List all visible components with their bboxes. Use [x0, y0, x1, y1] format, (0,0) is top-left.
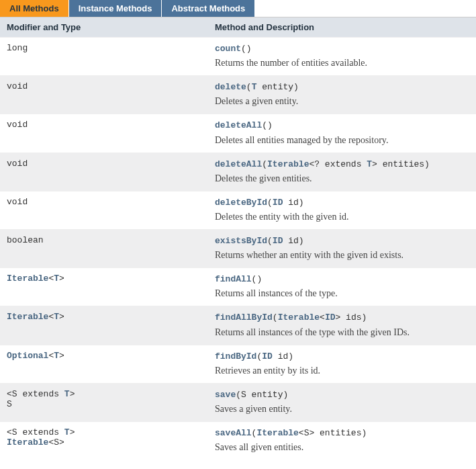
method-desc-cell: deleteAll()Deletes all entities managed … [208, 114, 476, 153]
code-text: id) [283, 198, 303, 208]
method-signature: deleteById(ID id) [215, 197, 469, 209]
type-link[interactable]: T [64, 427, 70, 437]
type-link[interactable]: Iterable [7, 273, 48, 284]
type-link[interactable]: save [215, 390, 236, 400]
type-link[interactable]: T [54, 273, 59, 284]
table-row: longcount()Returns the number of entitie… [0, 38, 476, 76]
method-description: Returns whether an entity with the given… [215, 249, 469, 261]
method-description: Returns the number of entities available… [215, 56, 469, 69]
code-text: void [7, 120, 28, 130]
type-link[interactable]: deleteAll [215, 159, 262, 169]
method-signature: findAll() [215, 273, 469, 286]
table-row: Iterable<T>findAllById(Iterable<ID> ids)… [0, 306, 476, 345]
table-row: voiddeleteAll()Deletes all entities mana… [0, 114, 476, 153]
type-link[interactable]: Iterable [278, 312, 320, 323]
type-link[interactable]: Iterable [7, 312, 48, 322]
method-signature: deleteAll() [215, 120, 469, 132]
method-signature: save(S entity) [215, 389, 469, 401]
modifier-type-cell: Iterable<T> [0, 306, 208, 345]
header-modifier-type: Modifier and Type [0, 17, 208, 38]
type-link[interactable]: delete [215, 82, 246, 92]
type-link[interactable]: findById [215, 351, 256, 361]
code-text: long [7, 43, 28, 53]
method-signature: findAllById(Iterable<ID> ids) [215, 312, 469, 324]
method-desc-cell: findById(ID id)Retrieves an entity by it… [208, 345, 476, 383]
type-link[interactable]: T [64, 389, 70, 399]
code-text: ( [273, 312, 278, 323]
type-link[interactable]: T [54, 312, 59, 322]
method-desc-cell: delete(T entity)Deletes a given entity. [208, 76, 476, 114]
type-link[interactable]: T [54, 351, 59, 361]
method-desc-cell: findAll()Returns all instances of the ty… [208, 268, 476, 306]
code-text: > [70, 427, 75, 437]
modifier-type-cell: void [0, 114, 208, 153]
type-link[interactable]: count [215, 44, 241, 54]
method-description: Returns all instances of the type. [215, 287, 469, 299]
tab-all-methods[interactable]: All Methods [0, 0, 69, 17]
type-link[interactable]: Iterable [267, 159, 309, 169]
code-text: <S> [48, 437, 64, 447]
type-link[interactable]: findAll [215, 274, 252, 284]
method-desc-cell: findAllById(Iterable<ID> ids)Returns all… [208, 306, 476, 345]
method-description: Retrieves an entity by its id. [215, 364, 469, 376]
code-text: boolean [7, 235, 44, 245]
code-text: > [59, 312, 64, 322]
type-link[interactable]: existsById [215, 236, 267, 246]
type-link[interactable]: ID [273, 198, 283, 208]
code-text: <? extends [309, 159, 367, 169]
method-description: Deletes the entity with the given id. [215, 210, 469, 222]
code-text: void [7, 159, 28, 169]
type-link[interactable]: deleteById [215, 198, 267, 208]
method-desc-cell: existsById(ID id)Returns whether an enti… [208, 229, 476, 267]
method-tabs: All MethodsInstance MethodsAbstract Meth… [0, 0, 476, 17]
type-link[interactable]: findAllById [215, 312, 273, 323]
methods-table: Modifier and Type Method and Description… [0, 17, 476, 460]
method-signature: delete(T entity) [215, 81, 469, 93]
type-link[interactable]: T [367, 159, 372, 169]
modifier-type-cell: <S extends T>S [0, 383, 208, 421]
code-text: > entities) [372, 159, 430, 169]
code-text: void [7, 197, 28, 207]
tab-abstract-methods[interactable]: Abstract Methods [162, 0, 255, 17]
method-description: Deletes the given entities. [215, 172, 469, 184]
type-link[interactable]: ID [325, 312, 336, 323]
code-text: > ids) [335, 312, 367, 323]
method-signature: saveAll(Iterable<S> entities) [215, 427, 469, 439]
method-signature: findById(ID id) [215, 351, 469, 363]
code-text: () [252, 274, 263, 284]
type-link[interactable]: ID [273, 236, 283, 246]
type-link[interactable]: ID [262, 351, 273, 361]
method-desc-cell: save(S entity)Saves a given entity. [208, 383, 476, 421]
type-link[interactable]: saveAll [215, 428, 252, 438]
table-row: voiddeleteAll(Iterable<? extends T> enti… [0, 153, 476, 191]
method-signature: count() [215, 43, 469, 55]
method-desc-cell: deleteAll(Iterable<? extends T> entities… [208, 153, 476, 191]
type-link[interactable]: deleteAll [215, 120, 262, 130]
modifier-type-cell: void [0, 153, 208, 191]
code-text: <S> entities) [299, 428, 367, 438]
method-description: Deletes a given entity. [215, 95, 469, 107]
method-description: Deletes all entities managed by the repo… [215, 134, 469, 146]
code-text: entity) [256, 82, 298, 92]
method-description: Saves a given entity. [215, 402, 469, 415]
code-text: id) [283, 236, 303, 246]
modifier-type-cell: void [0, 191, 208, 229]
method-desc-cell: count()Returns the number of entities av… [208, 38, 476, 76]
modifier-type-cell: Optional<T> [0, 345, 208, 383]
table-row: <S extends T>Iterable<S>saveAll(Iterable… [0, 421, 476, 460]
method-description: Saves all given entities. [215, 441, 469, 453]
code-text: > [59, 351, 64, 361]
method-desc-cell: saveAll(Iterable<S> entities)Saves all g… [208, 421, 476, 460]
code-text: ( [262, 159, 267, 169]
code-text: ( [267, 198, 273, 208]
code-text: > [59, 273, 64, 284]
table-row: Optional<T>findById(ID id)Retrieves an e… [0, 345, 476, 383]
type-link[interactable]: Iterable [7, 437, 48, 447]
table-row: booleanexistsById(ID id)Returns whether … [0, 229, 476, 267]
modifier-type-cell: long [0, 38, 208, 76]
tab-instance-methods[interactable]: Instance Methods [69, 0, 162, 17]
code-text: void [7, 81, 28, 91]
code-text: <S extends [7, 427, 64, 437]
type-link[interactable]: Optional [7, 351, 48, 361]
type-link[interactable]: Iterable [256, 428, 298, 438]
